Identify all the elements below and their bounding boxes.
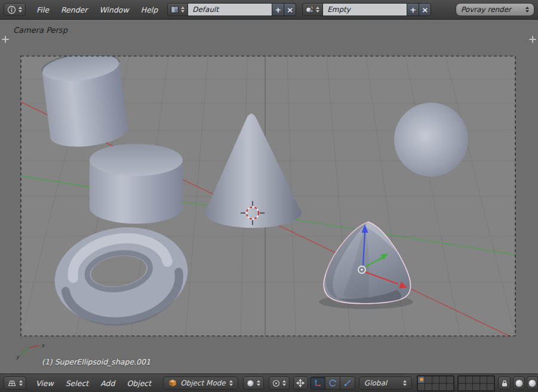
dropdown-arrows-icon bbox=[257, 380, 260, 386]
layer-toggle[interactable] bbox=[432, 376, 439, 383]
menu-object[interactable]: Object bbox=[121, 379, 157, 388]
layer-group-2 bbox=[457, 375, 495, 391]
layer-group-1 bbox=[417, 375, 454, 391]
layer-toggle[interactable] bbox=[459, 376, 465, 383]
preview-ball-button-2[interactable] bbox=[527, 376, 538, 390]
editor-type-button[interactable] bbox=[4, 3, 26, 16]
menu-add[interactable]: Add bbox=[94, 379, 121, 388]
dropdown-arrows-icon bbox=[19, 7, 22, 13]
expand-region-icon-left[interactable] bbox=[2, 36, 9, 43]
close-screen-layout-button[interactable]: × bbox=[284, 3, 296, 16]
layer-toggle[interactable] bbox=[487, 384, 494, 390]
rotate-manipulator-button[interactable] bbox=[325, 376, 340, 390]
viewport-header: View Select Add Object Object Mode bbox=[0, 374, 538, 392]
layer-toggle[interactable] bbox=[425, 384, 432, 390]
layer-toggle[interactable] bbox=[466, 384, 472, 390]
sphere-object[interactable] bbox=[394, 103, 468, 177]
move-arrows-icon bbox=[296, 379, 305, 387]
screen-layout-icon bbox=[171, 6, 179, 13]
pivot-point-icon bbox=[272, 379, 280, 387]
screen-layout-selector: Default + × bbox=[167, 3, 296, 16]
dropdown-arrows-icon bbox=[181, 7, 185, 13]
preview-ball-button-1[interactable] bbox=[513, 376, 524, 390]
layer-toggle[interactable] bbox=[487, 376, 494, 383]
scene-browse-button[interactable] bbox=[302, 3, 323, 16]
menu-select[interactable]: Select bbox=[60, 379, 95, 388]
orientation-value: Global bbox=[364, 379, 387, 387]
active-layer-dot bbox=[420, 378, 423, 381]
main-menubar: File Render Window Help bbox=[30, 5, 164, 14]
screen-layout-name-field[interactable]: Default bbox=[187, 3, 272, 16]
expand-region-icon-right[interactable] bbox=[529, 36, 536, 43]
view-name-label: Camera Persp bbox=[13, 26, 67, 35]
orientation-dropdown[interactable]: Global bbox=[359, 376, 412, 390]
viewport-canvas[interactable]: x y bbox=[0, 20, 538, 374]
translate-manipulator-icon bbox=[313, 379, 322, 387]
cylinder-object-2[interactable] bbox=[90, 144, 183, 224]
menu-help[interactable]: Help bbox=[135, 5, 164, 14]
layer-toggle[interactable] bbox=[473, 376, 479, 383]
sphere-preview-icon bbox=[515, 379, 524, 388]
blender-window: File Render Window Help Default + × bbox=[0, 0, 538, 392]
info-icon bbox=[7, 5, 16, 14]
render-engine-value: Povray render bbox=[461, 5, 511, 14]
viewport-menubar: View Select Add Object bbox=[30, 379, 157, 388]
pivot-point-dropdown[interactable] bbox=[269, 376, 290, 390]
layer-toggle[interactable] bbox=[447, 384, 453, 390]
menu-view[interactable]: View bbox=[30, 379, 60, 388]
add-scene-button[interactable]: + bbox=[407, 3, 419, 16]
viewport-shading-dropdown[interactable] bbox=[243, 376, 264, 390]
sphere-preview-icon bbox=[528, 379, 537, 388]
3d-viewport-icon bbox=[7, 379, 17, 387]
layer-toggle-active[interactable] bbox=[418, 376, 425, 383]
cube-icon bbox=[168, 379, 177, 387]
menu-render[interactable]: Render bbox=[55, 5, 94, 14]
dropdown-arrows-icon bbox=[282, 380, 286, 386]
dropdown-arrows-icon bbox=[19, 380, 23, 386]
layer-toggle[interactable] bbox=[480, 384, 487, 390]
lock-icon bbox=[501, 379, 508, 387]
mode-dropdown[interactable]: Object Mode bbox=[163, 376, 238, 390]
layer-toggle[interactable] bbox=[425, 376, 432, 383]
menu-window[interactable]: Window bbox=[93, 5, 134, 14]
add-screen-layout-button[interactable]: + bbox=[272, 3, 284, 16]
layers-widget bbox=[417, 375, 495, 391]
scale-manipulator-button[interactable] bbox=[340, 376, 355, 390]
menu-file[interactable]: File bbox=[30, 5, 55, 14]
scene-icon bbox=[306, 6, 313, 13]
layer-toggle[interactable] bbox=[432, 384, 439, 390]
scene-selector: Empty + × bbox=[302, 3, 431, 16]
layer-toggle[interactable] bbox=[439, 376, 446, 383]
layer-toggle[interactable] bbox=[459, 384, 465, 390]
scene-name-field[interactable]: Empty bbox=[322, 3, 407, 16]
scale-manipulator-icon bbox=[343, 379, 352, 387]
lock-button[interactable] bbox=[498, 376, 511, 390]
3d-viewport[interactable]: x y Camera Persp (1) SuperEllipsoid_shap… bbox=[0, 20, 538, 374]
mode-value: Object Mode bbox=[180, 379, 226, 387]
info-header: File Render Window Help Default + × bbox=[0, 0, 538, 20]
dropdown-arrows-icon bbox=[316, 7, 319, 13]
layer-toggle[interactable] bbox=[480, 376, 487, 383]
close-scene-button[interactable]: × bbox=[419, 3, 431, 16]
manipulator-type-toggles bbox=[310, 376, 355, 390]
shading-sphere-icon bbox=[247, 379, 254, 387]
screen-layout-browse-button[interactable] bbox=[167, 3, 188, 16]
manipulator-toggle-button[interactable] bbox=[293, 376, 308, 390]
layer-toggle[interactable] bbox=[466, 376, 472, 383]
layer-toggle[interactable] bbox=[439, 384, 446, 390]
editor-type-button[interactable] bbox=[4, 376, 26, 390]
dropdown-arrows-icon bbox=[229, 380, 233, 386]
manipulator-center-dot bbox=[361, 268, 362, 270]
dropdown-arrows-icon bbox=[525, 7, 529, 13]
active-object-label: (1) SuperEllipsoid_shape.001 bbox=[42, 357, 150, 366]
cylinder-object-1[interactable] bbox=[41, 50, 129, 151]
layer-toggle[interactable] bbox=[418, 384, 425, 390]
translate-manipulator-button[interactable] bbox=[310, 376, 325, 390]
render-engine-dropdown[interactable]: Povray render bbox=[456, 3, 534, 16]
layer-toggle[interactable] bbox=[447, 376, 453, 383]
dropdown-arrows-icon bbox=[403, 380, 407, 386]
rotate-manipulator-icon bbox=[328, 379, 337, 387]
layer-toggle[interactable] bbox=[473, 384, 479, 390]
